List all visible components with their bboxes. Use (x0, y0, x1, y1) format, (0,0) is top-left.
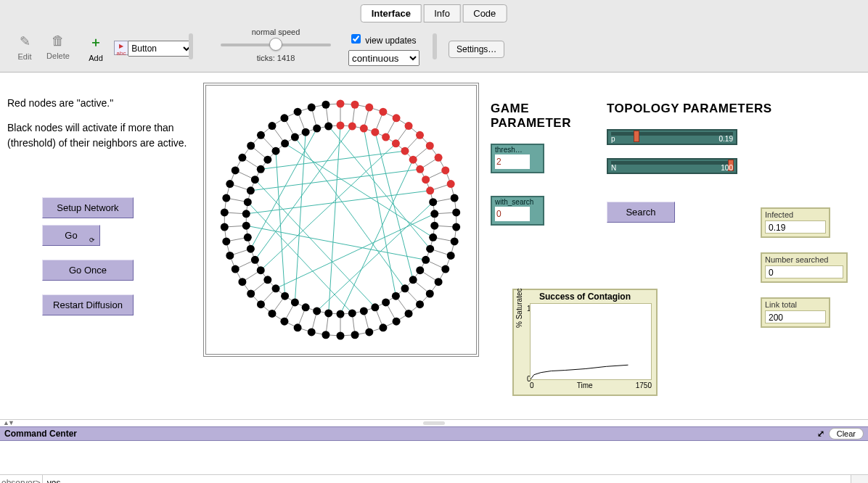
svg-point-245 (337, 310, 345, 318)
plot-xlabel: Time (577, 381, 593, 389)
svg-point-239 (401, 284, 409, 292)
svg-point-195 (337, 332, 345, 340)
svg-point-256 (244, 234, 252, 242)
tool-delete-label: Delete (46, 51, 70, 60)
threshold-input[interactable] (495, 154, 530, 169)
widget-type-selector[interactable]: ▶abc Button (114, 41, 193, 57)
view-updates-label: view updates (365, 36, 416, 46)
svg-point-171 (351, 101, 359, 109)
tool-edit[interactable]: ✎ Edit (9, 33, 41, 61)
splitter-arrows-icon: ▲▼ (3, 419, 13, 426)
svg-point-228 (416, 165, 424, 173)
svg-point-186 (441, 265, 449, 273)
svg-point-176 (416, 131, 424, 139)
go-button-label: Go (65, 230, 77, 241)
svg-point-240 (392, 292, 400, 300)
widget-type-dropdown[interactable]: Button (128, 41, 193, 57)
topology-parameters-header: TOPOLOGY PARAMETERS (607, 102, 772, 116)
svg-point-177 (426, 142, 434, 150)
number-searched-monitor: Number searched 0 (761, 252, 848, 283)
view-updates-checkbox[interactable]: view updates (348, 36, 416, 46)
svg-point-221 (348, 123, 356, 131)
tool-delete[interactable]: 🗑 Delete (42, 33, 74, 60)
n-slider[interactable]: N 100 (607, 158, 737, 174)
svg-point-175 (405, 122, 413, 130)
svg-point-188 (426, 289, 434, 297)
tab-code[interactable]: Code (462, 4, 507, 22)
svg-point-211 (232, 166, 239, 174)
svg-point-179 (441, 166, 449, 174)
description-line: Red nodes are "active." (7, 96, 189, 110)
svg-point-201 (257, 300, 265, 308)
svg-point-229 (422, 176, 430, 183)
svg-point-213 (247, 142, 255, 150)
link-total-label: Link total (762, 299, 829, 310)
svg-point-172 (365, 104, 373, 112)
svg-point-223 (371, 128, 379, 136)
svg-point-224 (382, 133, 390, 141)
svg-point-191 (393, 318, 401, 326)
number-searched-value: 0 (765, 265, 843, 278)
trash-icon: 🗑 (42, 33, 74, 49)
infected-monitor: Infected 0.19 (761, 207, 830, 238)
history-button[interactable] (851, 475, 868, 483)
svg-point-173 (379, 108, 387, 116)
p-slider-name: p (611, 135, 615, 143)
button-widget-icon: ▶abc (114, 41, 128, 55)
svg-point-189 (416, 300, 424, 308)
n-slider-name: N (611, 164, 616, 172)
svg-point-269 (324, 123, 332, 131)
agent-selector[interactable]: observer> (0, 475, 43, 483)
svg-point-199 (280, 318, 288, 326)
svg-point-225 (392, 139, 400, 147)
svg-line-165 (295, 137, 405, 289)
svg-point-197 (308, 328, 316, 336)
p-slider[interactable]: p 0.19 (607, 129, 737, 145)
interface-canvas: Red nodes are "active." Black nodes will… (0, 73, 868, 419)
svg-line-168 (246, 191, 430, 214)
tool-add[interactable]: ＋ Add (80, 33, 112, 62)
speed-slider-knob[interactable] (269, 38, 282, 51)
go-button[interactable]: Go ⟳ (42, 225, 100, 246)
clear-button[interactable]: Clear (829, 428, 864, 439)
restart-diffusion-button[interactable]: Restart Diffusion (42, 294, 134, 315)
svg-point-205 (226, 252, 234, 260)
svg-point-210 (226, 180, 234, 188)
speed-slider[interactable] (221, 44, 331, 46)
link-total-monitor: Link total 200 (761, 297, 830, 328)
go-once-button[interactable]: Go Once (42, 260, 134, 281)
svg-point-222 (360, 125, 368, 133)
svg-point-263 (263, 156, 271, 164)
svg-point-241 (382, 298, 390, 306)
ticks-counter: ticks: 1418 (218, 54, 334, 62)
svg-point-226 (401, 147, 409, 155)
command-center-title: Command Center (4, 429, 77, 439)
tab-interface[interactable]: Interface (361, 4, 422, 22)
search-button[interactable]: Search (607, 202, 675, 223)
command-input[interactable] (43, 475, 851, 483)
svg-point-251 (272, 284, 280, 292)
tab-info[interactable]: Info (423, 4, 461, 22)
plot-xaxis: 0 Time 1750 (514, 381, 656, 391)
command-center-splitter[interactable]: ▲▼ (0, 419, 868, 426)
svg-point-259 (244, 198, 252, 206)
svg-point-261 (251, 176, 259, 183)
view-updates-input[interactable] (351, 34, 361, 44)
setup-network-button[interactable]: Setup Network (42, 197, 134, 218)
game-parameter-header: GAME PARAMETER (491, 102, 592, 131)
svg-point-237 (416, 266, 424, 274)
settings-button[interactable]: Settings… (449, 41, 504, 58)
update-mode-dropdown[interactable]: continuous (348, 50, 419, 66)
svg-point-255 (247, 245, 255, 253)
svg-point-266 (291, 133, 299, 141)
svg-point-231 (429, 198, 437, 206)
threshold-label: thresh… (492, 145, 543, 154)
svg-point-227 (409, 156, 417, 164)
tool-edit-label: Edit (18, 52, 32, 61)
with-search-input[interactable] (495, 207, 530, 221)
svg-point-247 (313, 307, 321, 315)
expand-icon[interactable]: ⤢ (817, 429, 824, 439)
p-slider-knob[interactable] (634, 131, 639, 142)
separator (433, 33, 437, 59)
description-note: Red nodes are "active." Black nodes will… (7, 86, 189, 160)
